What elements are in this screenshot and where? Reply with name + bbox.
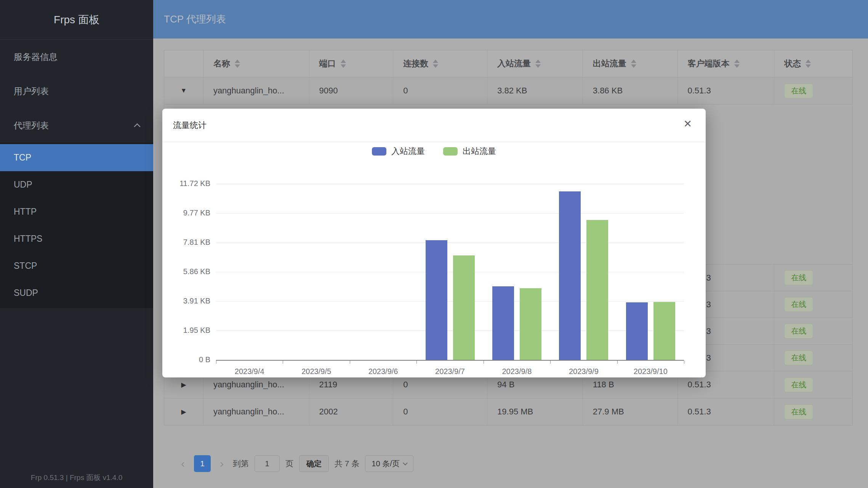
y-axis-tick-label: 9.77 KB: [162, 209, 210, 217]
outbound-bar-2023/9/10: [653, 302, 675, 360]
sidebar-item-label: 用户列表: [14, 85, 49, 97]
y-axis-tick-label: 7.81 KB: [162, 238, 210, 247]
sidebar-header: Frps 面板: [0, 0, 153, 40]
gridline: [216, 301, 684, 302]
sidebar-submenu: TCPUDPHTTPHTTPSSTCPSUDP: [0, 143, 153, 308]
legend-item-outbound[interactable]: 出站流量: [443, 146, 496, 157]
sidebar-item-user-list[interactable]: 用户列表: [0, 74, 153, 108]
sidebar-item-proxy-list[interactable]: 代理列表: [0, 108, 153, 143]
x-axis-tick-label: 2023/9/5: [286, 367, 347, 376]
sidebar-item-sudp[interactable]: SUDP: [0, 279, 153, 307]
axis-tick: [617, 361, 618, 364]
axis-tick: [684, 361, 684, 364]
outbound-bar-2023/9/9: [586, 220, 608, 360]
gridline: [216, 184, 684, 184]
traffic-chart: 入站流量 出站流量 0 B1.95 KB3.91 KB5.86 KB7.81 K…: [162, 142, 706, 377]
sidebar-item-tcp[interactable]: TCP: [0, 144, 153, 171]
inbound-bar-2023/9/8: [492, 286, 514, 360]
legend-label-outbound: 出站流量: [463, 146, 496, 157]
x-axis-line: [216, 360, 684, 361]
app-title: Frps 面板: [54, 13, 99, 27]
axis-tick: [216, 361, 216, 364]
legend-label-inbound: 入站流量: [391, 146, 425, 157]
x-axis-tick-label: 2023/9/4: [219, 367, 280, 376]
axis-tick: [283, 361, 283, 364]
y-axis-tick-label: 5.86 KB: [162, 267, 210, 276]
y-axis-tick-label: 3.91 KB: [162, 297, 210, 305]
gridline: [216, 242, 684, 243]
y-axis-tick-label: 0 B: [162, 355, 210, 364]
axis-tick: [484, 361, 484, 364]
x-axis-tick-label: 2023/9/7: [420, 367, 480, 376]
version-footer: Frp 0.51.3 | Frps 面板 v1.4.0: [0, 473, 153, 483]
sidebar-item-label: 服务器信息: [14, 51, 58, 63]
gridline: [216, 331, 684, 331]
x-axis-tick-label: 2023/9/6: [353, 367, 414, 376]
outbound-bar-2023/9/7: [453, 255, 475, 360]
y-axis-tick-label: 11.72 KB: [162, 179, 210, 188]
chevron-up-icon: [134, 124, 141, 130]
outbound-swatch-icon: [443, 147, 458, 156]
outbound-bar-2023/9/8: [520, 288, 541, 360]
axis-tick: [550, 361, 551, 364]
sidebar-menu: 服务器信息用户列表代理列表: [0, 40, 153, 143]
axis-tick: [350, 361, 350, 364]
frps-dashboard: Frps 面板 服务器信息用户列表代理列表 TCPUDPHTTPHTTPSSTC…: [0, 0, 868, 488]
sidebar-item-http[interactable]: HTTP: [0, 198, 153, 225]
x-axis-tick-label: 2023/9/10: [620, 367, 681, 376]
inbound-bar-2023/9/9: [559, 191, 581, 360]
gridline: [216, 213, 684, 214]
y-axis-tick-label: 1.95 KB: [162, 326, 210, 335]
inbound-bar-2023/9/10: [626, 302, 648, 360]
axis-tick: [416, 361, 417, 364]
traffic-stats-dialog: 流量统计 ✕ 入站流量 出站流量 0 B1.95 KB3.91 KB5.86 K…: [162, 109, 706, 377]
gridline: [216, 272, 684, 272]
sidebar-item-label: 代理列表: [14, 120, 49, 132]
x-axis-tick-label: 2023/9/8: [486, 367, 547, 376]
chart-legend: 入站流量 出站流量: [162, 146, 706, 157]
dialog-title: 流量统计: [173, 109, 207, 142]
legend-item-inbound[interactable]: 入站流量: [372, 146, 425, 157]
inbound-bar-2023/9/7: [426, 240, 447, 360]
sidebar: Frps 面板 服务器信息用户列表代理列表 TCPUDPHTTPHTTPSSTC…: [0, 0, 153, 488]
sidebar-item-udp[interactable]: UDP: [0, 171, 153, 198]
sidebar-item-https[interactable]: HTTPS: [0, 225, 153, 252]
x-axis-tick-label: 2023/9/9: [553, 367, 614, 376]
close-icon[interactable]: ✕: [683, 118, 692, 130]
inbound-swatch-icon: [372, 147, 386, 156]
sidebar-item-stcp[interactable]: STCP: [0, 252, 153, 279]
dialog-header: 流量统计 ✕: [162, 109, 706, 142]
sidebar-item-server-info[interactable]: 服务器信息: [0, 40, 153, 74]
